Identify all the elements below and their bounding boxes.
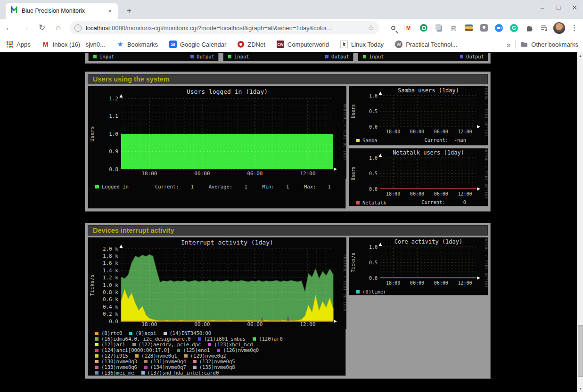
- new-tab-button[interactable]: +: [123, 5, 135, 16]
- svg-text:00:00: 00:00: [410, 129, 424, 134]
- svg-text:Users logged in (1day): Users logged in (1day): [187, 88, 268, 95]
- svg-text:0.2 k: 0.2 k: [103, 311, 118, 317]
- join-icon[interactable]: [418, 22, 429, 34]
- svg-text:1.0: 1.0: [369, 245, 378, 250]
- svg-text:00:00: 00:00: [410, 280, 424, 286]
- window-close-button[interactable]: ✕: [570, 4, 579, 11]
- legend-label: (121)ar1: [101, 342, 125, 347]
- svg-text:RRDTOOL / TOBI OETIKER: RRDTOOL / TOBI OETIKER: [484, 148, 488, 198]
- bookmarks-overflow-chevron[interactable]: »: [507, 41, 510, 49]
- bookmark-zdnet[interactable]: ZDNet: [238, 41, 265, 48]
- svg-text:0.0: 0.0: [109, 318, 118, 325]
- legend-label: (132)nvme0q5: [199, 359, 235, 364]
- cw-icon: CW: [277, 41, 284, 48]
- monitorix-favicon: [10, 6, 18, 16]
- bookmark-inbox-16-sjvn0-[interactable]: MInbox (16) - sjvn0...: [42, 41, 105, 48]
- bookmarks-bar: AppsMInbox (16) - sjvn0...★Bookmarks28Go…: [0, 37, 583, 52]
- gmail-icon[interactable]: M: [402, 22, 414, 34]
- zoom-icon[interactable]: [493, 22, 505, 34]
- legend-label: (123)xhci_hcd: [214, 342, 253, 347]
- bookmark-label: Google Calendar: [180, 41, 226, 48]
- forward-button[interactable]: →: [18, 21, 33, 34]
- svg-text:1.0: 1.0: [369, 93, 378, 98]
- page-info-icon[interactable]: i: [74, 24, 82, 32]
- back-button[interactable]: ←: [1, 21, 16, 34]
- svg-text:0.0: 0.0: [369, 276, 378, 281]
- bookmark-star-icon[interactable]: ☆: [368, 24, 374, 32]
- legend-label: (125)eno1: [183, 347, 210, 353]
- calendar-icon: 28: [169, 41, 177, 48]
- bookmark-practical-technol-[interactable]: WPractical Technol...: [395, 41, 457, 48]
- legend-swatch: [95, 184, 99, 189]
- users-logged-in-chart[interactable]: 0.80.91.01.11.218:0000:0006:0012:00Users…: [88, 86, 346, 179]
- bookmark-bookmarks[interactable]: ★Bookmarks: [116, 41, 158, 48]
- svg-text:Ticks/s: Ticks/s: [351, 253, 356, 272]
- legend-swatch: [132, 343, 136, 347]
- folder-icon: [520, 41, 528, 48]
- legend-swatch: [144, 359, 148, 364]
- netatalk-users-chart[interactable]: 0.00.51.018:0000:0006:0012:00Netatalk us…: [349, 148, 488, 198]
- playlist-icon[interactable]: [538, 22, 550, 34]
- window-maximize-button[interactable]: □: [554, 4, 563, 11]
- samba-legend: Samba Current: -nan: [349, 137, 488, 144]
- legend-label: Input: [99, 54, 115, 59]
- svg-text:1.0 k: 1.0 k: [103, 282, 118, 288]
- legend-label: (127)i915: [101, 353, 128, 359]
- legend-swatch: [141, 371, 145, 375]
- svg-text:00:00: 00:00: [410, 191, 424, 196]
- window-minimize-button[interactable]: –: [538, 4, 547, 11]
- pocket-icon[interactable]: [478, 22, 490, 34]
- section-interrupts: Devices interrupt activity 0.00.2 k0.4 k…: [85, 223, 491, 379]
- bookmark-label: Apps: [16, 41, 31, 48]
- reload-button[interactable]: ↻: [34, 21, 49, 34]
- svg-text:06:00: 06:00: [434, 129, 448, 134]
- legend-swatch: [216, 348, 221, 352]
- legend-swatch: [95, 337, 99, 341]
- core-activity-chart[interactable]: 0.00.51.018:0000:0006:0012:00Core activi…: [349, 237, 488, 287]
- legend-swatch: [356, 139, 360, 143]
- legend-label: (16)idma64.0, i2c_designware.0: [101, 336, 191, 342]
- samba-users-chart[interactable]: 0.00.51.018:0000:0006:0012:00Samba users…: [349, 86, 488, 136]
- profile-avatar[interactable]: [553, 22, 565, 34]
- lt-icon: lt: [340, 41, 348, 48]
- books-icon[interactable]: [463, 22, 475, 34]
- cutoff-graph-panel: InputOutput: [223, 53, 353, 61]
- interrupt-legend: (8)rtc0(9)acpi(14)INT3450:00(16)idma64.0…: [88, 329, 345, 376]
- bookmark-google-calendar[interactable]: 28Google Calendar: [169, 41, 226, 48]
- other-bookmarks-button[interactable]: Other bookmarks: [520, 41, 578, 48]
- interrupt-activity-chart[interactable]: 0.00.2 k0.4 k0.6 k0.8 k1.0 k1.2 k1.4 k1.…: [88, 237, 346, 329]
- address-bar[interactable]: i localhost:8080/monitorix-cgi/monitorix…: [70, 21, 379, 34]
- search-icon[interactable]: [387, 22, 399, 34]
- svg-text:0.5: 0.5: [369, 260, 378, 265]
- scrollbar-thumb[interactable]: [578, 325, 583, 377]
- url-text[interactable]: localhost:8080/monitorix-cgi/monitorix.c…: [86, 24, 368, 32]
- legend-swatch: [129, 331, 133, 335]
- bookmark-linux-today[interactable]: ltLinux Today: [340, 41, 384, 48]
- svg-text:18:00: 18:00: [141, 321, 157, 327]
- tab-close-icon[interactable]: ×: [106, 8, 114, 15]
- legend-label: (14)INT3450:00: [170, 330, 212, 336]
- svg-text:18:00: 18:00: [386, 280, 400, 286]
- grammarly-icon[interactable]: G: [508, 22, 520, 34]
- legend-swatch: [356, 290, 360, 294]
- r-icon[interactable]: R: [448, 22, 460, 34]
- page-content: InputOutputInputOutputInputOutput Users …: [0, 52, 583, 392]
- svg-text:00:00: 00:00: [194, 171, 210, 177]
- bookmark-label: Practical Technol...: [406, 41, 457, 48]
- scrollbar-up-arrow[interactable]: ▲: [577, 53, 583, 59]
- graph-core-activity: 0.00.51.018:0000:0006:0012:00Core activi…: [349, 237, 488, 295]
- menu-icon[interactable]: ⋮: [568, 22, 580, 34]
- home-button[interactable]: ⌂: [51, 21, 66, 34]
- svg-text:0.8 k: 0.8 k: [103, 289, 118, 295]
- legend-swatch: [228, 55, 232, 59]
- vertical-scrollbar[interactable]: ▲ ▼: [577, 52, 583, 392]
- legend-row: (136)mei_me(137)snd_hda_intel:card0: [88, 370, 345, 376]
- browser-tab[interactable]: Blue Precision Monitorix ×: [6, 3, 118, 19]
- legend-swatch: [95, 343, 99, 347]
- puzzle-icon[interactable]: [523, 22, 535, 34]
- scrollbar-down-arrow[interactable]: ▼: [577, 385, 583, 392]
- bookmark-computerworld[interactable]: CWComputerworld: [277, 41, 329, 48]
- copy-icon[interactable]: [433, 22, 444, 34]
- bookmark-apps[interactable]: Apps: [7, 41, 31, 48]
- svg-text:Users: Users: [351, 166, 356, 180]
